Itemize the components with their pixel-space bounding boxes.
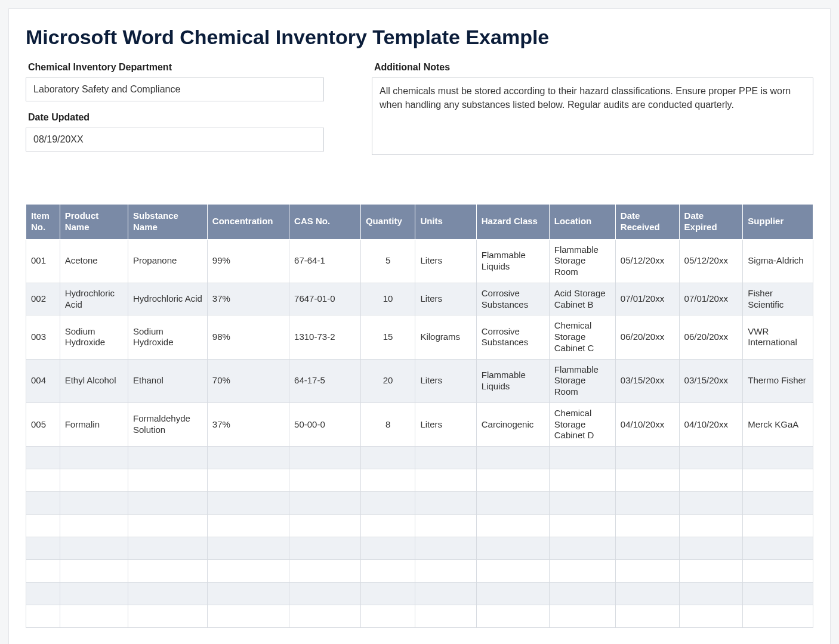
cell-empty[interactable] bbox=[360, 515, 415, 537]
cell-quantity[interactable]: 20 bbox=[360, 359, 415, 402]
cell-empty[interactable] bbox=[128, 537, 207, 560]
cell-empty[interactable] bbox=[207, 583, 289, 605]
cell-empty[interactable] bbox=[207, 560, 289, 583]
cell-empty[interactable] bbox=[207, 515, 289, 537]
cell-empty[interactable] bbox=[60, 515, 128, 537]
cell-empty[interactable] bbox=[549, 605, 615, 628]
cell-units[interactable]: Liters bbox=[415, 402, 476, 446]
cell-units[interactable]: Liters bbox=[415, 239, 476, 283]
cell-date-received[interactable]: 03/15/20xx bbox=[615, 359, 679, 402]
cell-empty[interactable] bbox=[415, 537, 476, 560]
cell-quantity[interactable]: 10 bbox=[360, 283, 415, 315]
cell-empty[interactable] bbox=[615, 537, 679, 560]
cell-empty[interactable] bbox=[360, 560, 415, 583]
cell-substance-name[interactable]: Sodium Hydroxide bbox=[128, 315, 207, 359]
cell-hazard-class[interactable]: Corrosive Substances bbox=[476, 283, 549, 315]
cell-empty[interactable] bbox=[679, 605, 743, 628]
cell-date-expired[interactable]: 06/20/20xx bbox=[679, 315, 743, 359]
department-field[interactable]: Laboratory Safety and Compliance bbox=[26, 78, 324, 101]
cell-units[interactable]: Liters bbox=[415, 283, 476, 315]
cell-empty[interactable] bbox=[679, 447, 743, 469]
cell-quantity[interactable]: 8 bbox=[360, 402, 415, 446]
cell-empty[interactable] bbox=[679, 560, 743, 583]
cell-empty[interactable] bbox=[743, 515, 813, 537]
cell-product-name[interactable]: Sodium Hydroxide bbox=[60, 315, 128, 359]
cell-empty[interactable] bbox=[289, 469, 361, 492]
cell-empty[interactable] bbox=[26, 492, 60, 515]
cell-date-expired[interactable]: 04/10/20xx bbox=[679, 402, 743, 446]
cell-date-received[interactable]: 07/01/20xx bbox=[615, 283, 679, 315]
cell-location[interactable]: Chemical Storage Cabinet C bbox=[549, 315, 615, 359]
cell-empty[interactable] bbox=[615, 469, 679, 492]
cell-date-received[interactable]: 04/10/20xx bbox=[615, 402, 679, 446]
cell-empty[interactable] bbox=[360, 605, 415, 628]
cell-supplier[interactable]: Thermo Fisher bbox=[743, 359, 813, 402]
cell-empty[interactable] bbox=[679, 537, 743, 560]
cell-empty[interactable] bbox=[415, 492, 476, 515]
cell-empty[interactable] bbox=[289, 583, 361, 605]
cell-quantity[interactable]: 5 bbox=[360, 239, 415, 283]
cell-cas-no[interactable]: 1310-73-2 bbox=[289, 315, 361, 359]
cell-empty[interactable] bbox=[615, 492, 679, 515]
cell-empty[interactable] bbox=[360, 492, 415, 515]
cell-location[interactable]: Acid Storage Cabinet B bbox=[549, 283, 615, 315]
cell-supplier[interactable]: Merck KGaA bbox=[743, 402, 813, 446]
cell-empty[interactable] bbox=[60, 583, 128, 605]
cell-empty[interactable] bbox=[549, 515, 615, 537]
cell-empty[interactable] bbox=[743, 492, 813, 515]
cell-empty[interactable] bbox=[549, 537, 615, 560]
cell-substance-name[interactable]: Hydrochloric Acid bbox=[128, 283, 207, 315]
cell-product-name[interactable]: Formalin bbox=[60, 402, 128, 446]
cell-cas-no[interactable]: 64-17-5 bbox=[289, 359, 361, 402]
cell-empty[interactable] bbox=[207, 447, 289, 469]
cell-empty[interactable] bbox=[60, 469, 128, 492]
cell-empty[interactable] bbox=[207, 537, 289, 560]
cell-substance-name[interactable]: Propanone bbox=[128, 239, 207, 283]
cell-empty[interactable] bbox=[476, 515, 549, 537]
cell-units[interactable]: Kilograms bbox=[415, 315, 476, 359]
cell-empty[interactable] bbox=[60, 492, 128, 515]
cell-empty[interactable] bbox=[26, 560, 60, 583]
cell-date-received[interactable]: 06/20/20xx bbox=[615, 315, 679, 359]
cell-empty[interactable] bbox=[476, 560, 549, 583]
cell-supplier[interactable]: VWR International bbox=[743, 315, 813, 359]
cell-location[interactable]: Chemical Storage Cabinet D bbox=[549, 402, 615, 446]
cell-empty[interactable] bbox=[128, 492, 207, 515]
cell-hazard-class[interactable]: Corrosive Substances bbox=[476, 315, 549, 359]
cell-empty[interactable] bbox=[743, 469, 813, 492]
cell-product-name[interactable]: Hydrochloric Acid bbox=[60, 283, 128, 315]
cell-supplier[interactable]: Sigma-Aldrich bbox=[743, 239, 813, 283]
cell-empty[interactable] bbox=[476, 447, 549, 469]
date-updated-field[interactable]: 08/19/20XX bbox=[26, 128, 324, 151]
cell-hazard-class[interactable]: Flammable Liquids bbox=[476, 239, 549, 283]
cell-concentration[interactable]: 70% bbox=[207, 359, 289, 402]
cell-cas-no[interactable]: 7647-01-0 bbox=[289, 283, 361, 315]
cell-empty[interactable] bbox=[360, 583, 415, 605]
cell-empty[interactable] bbox=[128, 469, 207, 492]
cell-hazard-class[interactable]: Carcinogenic bbox=[476, 402, 549, 446]
cell-empty[interactable] bbox=[615, 447, 679, 469]
cell-empty[interactable] bbox=[743, 560, 813, 583]
cell-empty[interactable] bbox=[549, 469, 615, 492]
cell-empty[interactable] bbox=[207, 492, 289, 515]
cell-item-no[interactable]: 002 bbox=[26, 283, 60, 315]
cell-empty[interactable] bbox=[679, 583, 743, 605]
cell-hazard-class[interactable]: Flammable Liquids bbox=[476, 359, 549, 402]
cell-substance-name[interactable]: Ethanol bbox=[128, 359, 207, 402]
cell-empty[interactable] bbox=[615, 515, 679, 537]
cell-empty[interactable] bbox=[415, 515, 476, 537]
cell-empty[interactable] bbox=[128, 515, 207, 537]
cell-empty[interactable] bbox=[289, 605, 361, 628]
cell-empty[interactable] bbox=[743, 583, 813, 605]
cell-empty[interactable] bbox=[476, 605, 549, 628]
cell-location[interactable]: Flammable Storage Room bbox=[549, 239, 615, 283]
cell-item-no[interactable]: 005 bbox=[26, 402, 60, 446]
cell-empty[interactable] bbox=[128, 583, 207, 605]
cell-empty[interactable] bbox=[743, 605, 813, 628]
cell-date-received[interactable]: 05/12/20xx bbox=[615, 239, 679, 283]
cell-empty[interactable] bbox=[415, 447, 476, 469]
cell-empty[interactable] bbox=[289, 492, 361, 515]
cell-empty[interactable] bbox=[26, 605, 60, 628]
cell-concentration[interactable]: 37% bbox=[207, 283, 289, 315]
cell-empty[interactable] bbox=[289, 515, 361, 537]
